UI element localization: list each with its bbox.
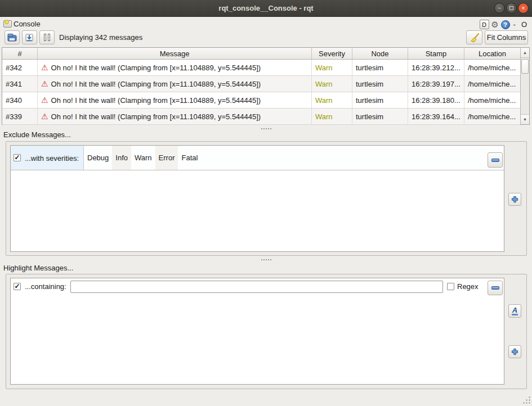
cell-number: #342 (2, 60, 38, 75)
table-scrollbar[interactable]: ▲ ▼ (520, 48, 529, 124)
splitter-handle[interactable] (0, 127, 532, 130)
scrollbar-thumb[interactable] (521, 59, 529, 74)
cell-location: /home/miche... (464, 76, 520, 92)
table-row[interactable]: #341 ⚠ Oh no! I hit the wall! (Clamping … (2, 76, 520, 92)
save-file-icon (25, 33, 34, 42)
cell-node: turtlesim (352, 92, 408, 108)
highlight-mode-button[interactable]: A (508, 304, 521, 318)
minimize-button[interactable]: − (494, 3, 505, 13)
exclude-filter-list: ✓ ...with severities: Debug Info Warn Er… (10, 145, 504, 252)
message-count-status: Displaying 342 messages (59, 33, 142, 42)
scroll-down-button[interactable]: ▼ (521, 114, 529, 124)
scroll-up-icon: ▲ (523, 51, 527, 55)
cell-severity: Warn (312, 76, 352, 92)
minus-icon (491, 286, 499, 290)
maximize-icon (509, 6, 513, 10)
column-header-node[interactable]: Node (352, 48, 408, 59)
dock-buttons: D ⚙ ? - O (480, 20, 529, 29)
cell-node: turtlesim (352, 76, 408, 92)
severity-filter-row[interactable]: ✓ ...with severities: Debug Info Warn Er… (11, 146, 504, 170)
close-icon: × (521, 5, 525, 11)
column-header-number[interactable]: # (2, 48, 38, 59)
message-text: Oh no! I hit the wall! (Clamping from [x… (51, 96, 261, 105)
scroll-up-button[interactable]: ▲ (521, 48, 529, 58)
cell-message: ⚠ Oh no! I hit the wall! (Clamping from … (38, 76, 312, 92)
containing-filter-label: ...containing: (25, 282, 66, 291)
remove-exclude-filter-button[interactable] (488, 152, 503, 168)
fit-columns-label: Fit Columns (487, 33, 526, 42)
message-text: Oh no! I hit the wall! (Clamping from [x… (51, 64, 261, 72)
column-header-severity[interactable]: Severity (312, 48, 352, 59)
cell-severity: Warn (312, 92, 352, 108)
severity-item-fatal[interactable]: Fatal (178, 146, 201, 170)
save-messages-button[interactable] (22, 30, 37, 44)
warning-icon: ⚠ (41, 64, 48, 71)
cell-node: turtlesim (352, 60, 408, 75)
containing-filter-input[interactable] (70, 281, 443, 293)
add-highlight-filter-button[interactable] (508, 345, 521, 358)
cell-message: ⚠ Oh no! I hit the wall! (Clamping from … (38, 92, 312, 108)
plus-icon (511, 348, 518, 355)
cell-number: #340 (2, 92, 38, 108)
column-header-location[interactable]: Location (464, 48, 520, 59)
broom-icon (470, 33, 480, 43)
dock-title-area: Console (3, 20, 41, 28)
severity-filter-label: ...with severities: (25, 154, 79, 163)
titlebar[interactable]: rqt_console__Console - rqt − × (0, 0, 532, 17)
remove-highlight-filter-button[interactable] (488, 281, 503, 295)
pause-button[interactable] (39, 30, 55, 44)
table-row[interactable]: #342 ⚠ Oh no! I hit the wall! (Clamping … (2, 60, 520, 76)
highlight-section-label: Highlight Messages... (3, 264, 73, 272)
scroll-down-icon: ▼ (523, 118, 527, 121)
load-messages-button[interactable] (5, 30, 20, 44)
cell-location: /home/miche... (464, 60, 520, 75)
message-text: Oh no! I hit the wall! (Clamping from [x… (51, 112, 261, 121)
cell-location: /home/miche... (464, 109, 520, 124)
cell-stamp: 16:28:39.212... (408, 60, 464, 75)
exclude-section-label: Exclude Messages... (3, 130, 71, 139)
add-exclude-filter-button[interactable] (508, 193, 521, 206)
table-row[interactable]: #339 ⚠ Oh no! I hit the wall! (Clamping … (2, 109, 520, 125)
severity-item-debug[interactable]: Debug (84, 146, 112, 170)
clear-messages-button[interactable] (466, 30, 482, 44)
severity-item-warn[interactable]: Warn (131, 146, 155, 170)
load-file-icon (7, 33, 17, 42)
help-icon[interactable]: ? (501, 20, 510, 29)
exclude-filter-group: ✓ ...with severities: Debug Info Warn Er… (6, 141, 527, 256)
cell-location: /home/miche... (464, 92, 520, 108)
column-header-stamp[interactable]: Stamp (408, 48, 464, 59)
window-resize-grip[interactable] (522, 395, 530, 404)
highlight-a-icon: A (512, 307, 518, 315)
regex-checkbox[interactable] (447, 283, 454, 290)
message-text: Oh no! I hit the wall! (Clamping from [x… (51, 80, 261, 88)
console-plugin-icon (3, 20, 12, 28)
close-button[interactable]: × (518, 3, 529, 13)
cell-severity: Warn (312, 109, 352, 124)
cell-message: ⚠ Oh no! I hit the wall! (Clamping from … (38, 109, 312, 124)
severity-item-info[interactable]: Info (112, 146, 131, 170)
severity-filter-checkbox[interactable]: ✓ (14, 154, 21, 161)
maximize-button[interactable] (506, 3, 517, 13)
splitter-handle[interactable] (0, 258, 532, 261)
cell-node: turtlesim (352, 109, 408, 124)
containing-filter-checkbox[interactable]: ✓ (14, 283, 21, 290)
dock-d-button[interactable]: D (480, 20, 489, 29)
severity-list: Debug Info Warn Error Fatal (84, 146, 201, 170)
cell-number: #339 (2, 109, 38, 124)
warning-icon: ⚠ (41, 80, 48, 88)
dock-collapse-button[interactable]: - (511, 20, 518, 29)
warning-icon: ⚠ (41, 96, 48, 104)
regex-label: Regex (457, 282, 479, 291)
pause-icon (44, 34, 50, 41)
warning-icon: ⚠ (41, 112, 48, 120)
containing-filter-row[interactable]: ✓ ...containing: Regex (11, 278, 504, 295)
severity-item-error[interactable]: Error (155, 146, 178, 170)
column-header-message[interactable]: Message (38, 48, 312, 59)
splitter-grip (261, 259, 271, 260)
settings-gear-icon[interactable]: ⚙ (490, 20, 500, 29)
dock-float-button[interactable]: O (519, 20, 529, 29)
cell-message: ⚠ Oh no! I hit the wall! (Clamping from … (38, 60, 312, 75)
table-header: # Message Severity Node Stamp Location (2, 48, 520, 60)
table-row[interactable]: #340 ⚠ Oh no! I hit the wall! (Clamping … (2, 92, 520, 109)
fit-columns-button[interactable]: Fit Columns (485, 30, 528, 44)
